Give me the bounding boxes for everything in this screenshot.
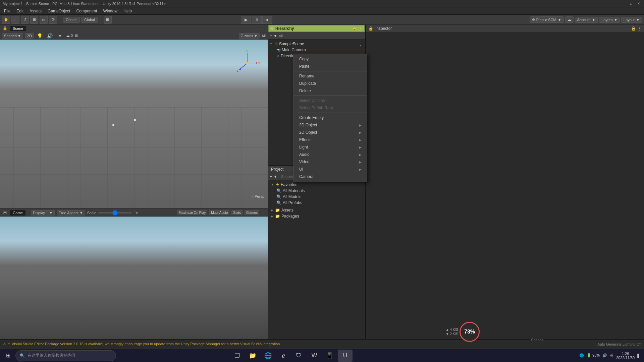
scene-audio-btn[interactable]: 🔊 [46,32,54,40]
ctx-create-empty[interactable]: Create Empty [294,114,367,121]
ctx-rename[interactable]: Rename [294,72,367,80]
taskbar-ie[interactable]: ℯ [276,350,291,362]
ctx-audio[interactable]: Audio ▶ [294,151,367,158]
display-dropdown[interactable]: Display 1 ▼ [31,210,55,216]
aspect-dropdown[interactable]: Free Aspect ▼ [57,210,85,216]
pause-button[interactable]: ⏸ [252,16,262,24]
status-bar: ⚠ ⚠ Visual Studio Editor Package version… [0,339,644,349]
close-button[interactable]: ✕ [636,1,641,6]
tool-scale[interactable]: ⊞ [30,16,38,24]
all-materials-folder[interactable]: 🔍 All Materials [270,188,364,194]
scene-fx-btn[interactable]: ✦ [56,32,64,40]
layout-dropdown[interactable]: Layout ▼ [621,17,642,23]
scene-light-btn[interactable]: 💡 [36,32,44,40]
global-toggle[interactable]: Global [81,17,98,23]
ctx-3d-object[interactable]: 3D Object ▶ [294,121,367,129]
center-toggle[interactable]: Center [63,17,80,23]
menu-gameobject[interactable]: GameObject [45,8,73,14]
tool-rect[interactable]: ▭ [40,16,48,24]
hierarchy-lock-icon[interactable]: 🔒 [352,26,357,31]
inspector-lock-icon: 🔒 [368,26,373,31]
tab-scene[interactable]: Scene [10,26,26,31]
shading-dropdown[interactable]: Shaded ▼ [2,33,23,39]
ctx-copy[interactable]: Copy [294,55,367,63]
taskbar-app6[interactable]: 📱 [322,350,337,362]
ctx-paste[interactable]: Paste [294,63,367,70]
all-prefabs-folder[interactable]: 🔍 All Prefabs [270,200,364,206]
2d-toggle[interactable]: 2D [25,33,34,39]
menu-window[interactable]: Window [100,8,120,14]
inspector-lock-btn[interactable]: 🔒 [631,26,636,31]
taskbar-show-desktop-btn[interactable]: ▌ [637,354,640,358]
gizmos-dropdown[interactable]: Gizmos ▼ [239,33,260,39]
game-gizmos-btn[interactable]: Gizmos [245,210,259,215]
step-button[interactable]: ⏭ [262,16,272,24]
menu-file[interactable]: File [1,8,13,14]
hierarchy-filter-btn[interactable]: ▼ [273,34,277,38]
play-button[interactable]: ▶ [241,16,251,24]
all-models-label: All Models [283,194,301,199]
ctx-camera[interactable]: Camera [294,173,367,180]
hierarchy-item-main-camera[interactable]: 📷 Main Camera [268,47,365,53]
tool-rotate[interactable]: ↺ [21,16,29,24]
layers-dropdown[interactable]: Layers ▼ [599,17,620,23]
menu-component[interactable]: Component [73,8,100,14]
taskbar-app5[interactable]: W [307,350,322,362]
plastic-scm-btn[interactable]: ⊘ Plastic SCM ▼ [530,16,564,23]
maximize-button[interactable]: □ [629,1,634,6]
taskbar-search-icon: 🔍 [20,353,25,358]
hierarchy-more-icon[interactable]: ⋮ [358,26,362,31]
ctx-effects[interactable]: Effects ▶ [294,136,367,143]
menu-help[interactable]: Help [121,8,135,14]
project-filter-btn[interactable]: ▼ [273,174,277,179]
tool-hand[interactable]: ✋ [2,16,10,24]
project-add-btn[interactable]: + [270,174,272,179]
shading-arrow: ▼ [17,34,21,38]
ctx-delete[interactable]: Delete [294,87,367,95]
favorites-star-icon: ★ [276,182,279,187]
taskbar-task-view[interactable]: ❐ [230,350,245,362]
ctx-duplicate[interactable]: Duplicate [294,80,367,87]
maximize-on-play-btn[interactable]: Maximize On Play [177,210,208,215]
tool-transform[interactable]: ⟳ [49,16,57,24]
ctx-paste-label: Paste [299,64,310,69]
hierarchy-all-btn[interactable]: All [279,34,283,38]
hierarchy-add-btn[interactable]: + [270,34,272,38]
grid-toggle[interactable]: ⊞ [104,16,112,24]
game-more-icon[interactable]: ⋮ [261,210,265,215]
taskbar-start-btn[interactable]: ⊞ [1,350,15,362]
favorites-folder[interactable]: ▼ ★ Favorites [270,182,364,188]
ctx-2d-object[interactable]: 2D Object ▶ [294,129,367,136]
scale-slider[interactable] [98,212,132,214]
taskbar-unity[interactable]: U [338,350,353,362]
ctx-ui[interactable]: UI ▶ [294,166,367,173]
minimize-button[interactable]: — [621,1,627,6]
scene-more-icon[interactable]: ⋮ [261,26,265,31]
tab-game[interactable]: Game [10,210,25,216]
cloud-btn[interactable]: ☁ [565,16,574,23]
ctx-create-empty-label: Create Empty [299,115,324,120]
scene-menu-btn[interactable]: ⋮ [359,42,362,46]
stats-btn[interactable]: Stats [231,210,243,215]
layout-label: Layout [624,18,635,22]
menu-edit[interactable]: Edit [14,8,26,14]
tool-move[interactable]: ↔ [11,16,19,24]
taskbar-app4[interactable]: 🛡 [291,350,306,362]
inspector-more-icon[interactable]: ⋮ [637,26,641,31]
assets-expand: ▶ [271,209,273,212]
ctx-video[interactable]: Video ▶ [294,158,367,166]
ctx-light[interactable]: Light ▶ [294,143,367,151]
mute-audio-btn[interactable]: Mute Audio [209,210,229,215]
taskbar-search-box[interactable]: 🔍 在这里输入你要搜索的内容 [15,350,116,361]
assets-folder[interactable]: ▶ 📁 Assets [270,207,364,213]
scene-gizmo[interactable]: x y z [234,50,261,76]
menu-assets[interactable]: Assets [27,8,44,14]
status-warning[interactable]: ⚠ ⚠ Visual Studio Editor Package version… [3,342,280,346]
packages-folder[interactable]: ▶ 📁 Packages [270,213,364,219]
scene-grid-btn[interactable]: ⊞ [75,34,78,38]
hierarchy-scene-root[interactable]: ▼ ⊕ SampleScene ⋮ [268,41,365,47]
all-models-folder[interactable]: 🔍 All Models [270,194,364,200]
taskbar-edge[interactable]: 🌐 [261,350,275,362]
account-dropdown[interactable]: Account ▼ [575,17,598,23]
taskbar-explorer[interactable]: 📁 [245,350,260,362]
